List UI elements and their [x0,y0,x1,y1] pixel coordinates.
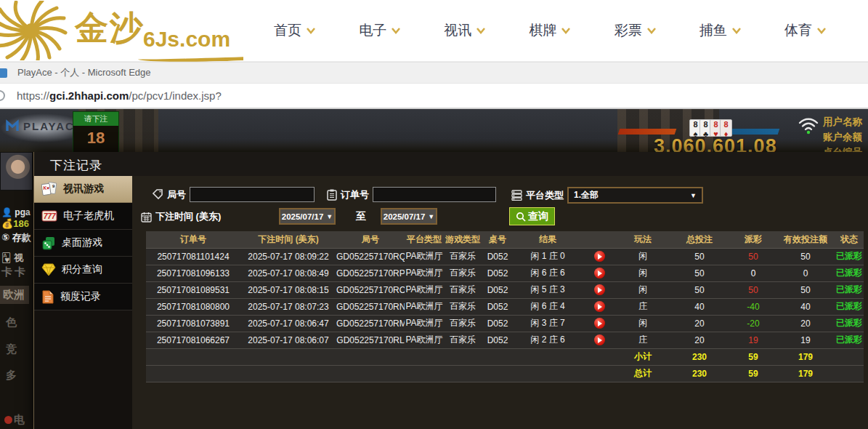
logo-cn-text: 金沙 [75,12,145,45]
nav-item-home[interactable]: 首页 [274,21,315,40]
table-row: 2507170810961332025-07-17 08:08:49GD0522… [146,265,864,281]
cell-replay [582,281,617,298]
sidebar-item-credit-records[interactable]: 额度记录 [34,284,132,310]
rail-menu-4[interactable]: 多 [6,369,17,382]
sidebar-item-label: 视讯游戏 [63,183,104,196]
rail-menu-europe[interactable]: 欧洲 [0,286,29,304]
sidebar-item-label: 积分查询 [62,263,102,276]
edge-tab-icon [0,68,7,78]
table-games-icon [41,236,56,250]
rail-menu-5[interactable]: 电 [4,413,25,427]
address-bar[interactable]: https://gci.2hhapi.com/pc/pcv1/index.jsp… [0,83,868,108]
col-bet: 总投注 [669,231,730,248]
date-to-picker[interactable]: 2025/07/17▼ [381,208,437,225]
cell-game: 百家乐 [444,315,482,332]
sidebar-item-live-games[interactable]: 9K♥ 视讯游戏 [34,176,132,203]
cell-platform: PA欧洲厅 [405,265,444,281]
replay-icon[interactable] [594,284,605,295]
dealer-avatar [0,152,33,191]
nav-item-board[interactable]: 棋牌 [529,21,570,40]
chevron-down-icon [392,26,400,35]
rail-deposit[interactable]: ⑤ 存款 [1,231,31,244]
replay-icon[interactable] [594,318,605,329]
bet-records-modal: 下注记录 9K♥ 视讯游戏 777 电子老虎机 桌面游戏 [33,152,868,429]
replay-icon[interactable] [594,334,605,345]
url-host: gci.2hhapi.com [49,89,129,102]
cell-table: D052 [482,298,514,315]
rail-video-tab[interactable]: 🂱 视 [1,252,23,265]
cell-bet: 50 [669,281,730,298]
subtotal-label: 小计 [617,348,669,365]
subtotal-valid: 179 [776,348,835,365]
cell-payout: -20 [730,315,776,332]
nav-item-live[interactable]: 视讯 [444,21,485,40]
calendar-icon [141,212,152,222]
replay-icon[interactable] [594,301,605,312]
cell-platform: PA欧洲厅 [405,298,444,315]
nav-item-fishing[interactable]: 捕鱼 [699,21,741,40]
platform-filter-label: 平台类型 [526,189,564,202]
casino-background: PLAYACE 请下注 18 8♠ 8♣ 8♥ 8♦ 3,060,601.08 … [0,109,868,152]
table-row: 2507170810808002025-07-17 08:07:23GD0522… [146,298,864,315]
site-info-icon[interactable] [0,90,5,101]
sidebar-item-points-query[interactable]: 积分查询 [34,257,132,284]
query-button[interactable]: 查询 [509,207,555,225]
countdown-value: 18 [73,126,118,152]
col-round: 局号 [336,231,405,248]
platform-select[interactable]: 1.全部▼ [567,187,703,204]
nav-item-sports[interactable]: 体育 [784,21,826,40]
logo-domain-text: 6Js.com [143,27,230,52]
rail-menu-2[interactable]: 色 [6,316,17,329]
cell-result: 闲 5 庄 3 [514,281,582,298]
screen: 金沙 6Js.com 首页 电子 视讯 棋牌 彩票 捕鱼 体育 PlayAce … [0,0,868,429]
cell-round: GD052257170RO [336,281,405,298]
col-game: 游戏类型 [444,231,482,248]
replay-icon[interactable] [594,268,605,278]
cell-time: 2025-07-17 08:06:07 [240,332,336,348]
rail-menu-3[interactable]: 竞 [6,342,17,356]
col-table: 桌号 [482,231,514,248]
cell-play: 庄 [617,332,669,348]
total-label: 总计 [617,365,669,382]
wifi-icon [798,116,819,138]
cell-platform: PA欧洲厅 [405,315,444,332]
cell-platform: PA欧洲厅 [405,248,444,265]
total-payout: 59 [730,365,776,382]
nav-item-lottery[interactable]: 彩票 [615,21,656,40]
cell-payout: -40 [730,298,776,315]
site-logo[interactable]: 金沙 6Js.com [0,0,243,62]
rail-card-tab[interactable]: 卡卡 [1,265,28,279]
cell-bet: 50 [669,248,730,265]
total-bet: 230 [669,365,730,382]
cell-order: 250717081066267 [146,332,240,348]
dealt-cards: 8♠ 8♣ 8♥ 8♦ [691,119,732,137]
order-input[interactable] [373,187,496,202]
replay-icon[interactable] [594,251,605,262]
tag-icon [153,189,163,200]
cell-bet: 20 [669,315,730,332]
cell-round: GD052257170RP [336,265,405,281]
main-nav: 首页 电子 视讯 棋牌 彩票 捕鱼 体育 [243,21,868,40]
cell-game: 百家乐 [444,265,482,281]
cell-valid: 19 [776,332,835,348]
cell-play: 闲 [617,281,669,298]
table-row: 2507170810738912025-07-17 08:06:47GD0522… [146,315,864,332]
sidebar-item-label: 电子老虎机 [63,209,114,222]
cell-order: 250717081080800 [146,298,240,315]
chevron-down-icon [732,26,741,35]
cell-replay [582,265,617,281]
round-input[interactable] [190,187,315,202]
col-result: 结果 [514,231,582,248]
sun-logo-icon [0,1,75,60]
filters: 局号 订单号 平台类型 1.全部▼ [132,176,868,231]
nav-item-slots[interactable]: 电子 [359,21,400,40]
table-row: 2507170811014242025-07-17 08:09:22GD0522… [146,248,864,265]
col-play: 玩法 [617,231,669,248]
cell-result: 闲 1 庄 0 [514,248,582,265]
date-from-picker[interactable]: 2025/07/17▼ [279,208,336,225]
table-header-row: 订单号 下注时间 (美东) 局号 平台类型 游戏类型 桌号 结果 玩法 总投注 [146,231,864,248]
cell-play: 闲 [617,315,669,332]
sidebar-item-slot-machines[interactable]: 777 电子老虎机 [34,203,132,230]
url-text[interactable]: https://gci.2hhapi.com/pc/pcv1/index.jsp… [17,89,222,102]
sidebar-item-table-games[interactable]: 桌面游戏 [34,230,132,257]
